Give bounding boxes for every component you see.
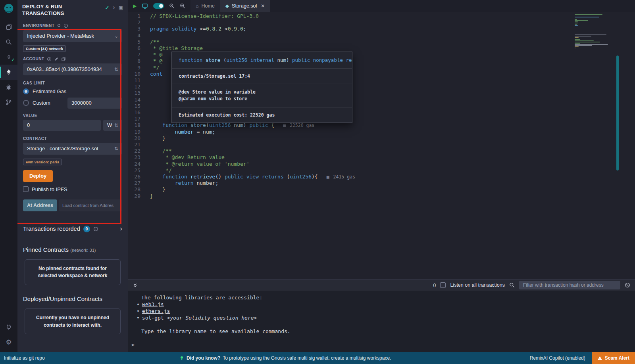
code-line-18[interactable]: 18 function store(uint256 num) public {▦… (128, 122, 575, 128)
value-unit-select[interactable]: Wei ⇅ (103, 120, 122, 131)
scam-alert-label: Scam Alert (605, 355, 629, 361)
code-line-27[interactable]: 27 return number; (128, 180, 575, 186)
web3-link[interactable]: web3.js (142, 301, 164, 307)
zoom-in-icon[interactable] (180, 3, 185, 9)
contract-select[interactable]: Storage - contracts/Storage.sol ⇅ (23, 143, 122, 155)
code-line-25[interactable]: 25 */ (128, 167, 575, 174)
terminal-listen-count: 0 (433, 282, 436, 288)
environment-select[interactable]: Injected Provider - MetaMask ⌄ (23, 30, 122, 42)
line-number: 28 (128, 186, 150, 193)
line-number: 15 (128, 103, 150, 109)
search-icon[interactable] (0, 34, 17, 50)
editor-scrollbar[interactable] (616, 56, 619, 171)
compile-success-check-icon: ✓ (12, 57, 15, 62)
code-line-23[interactable]: 23 * @dev Return value (128, 154, 575, 161)
settings-gear-icon[interactable]: ⚙ (0, 335, 17, 350)
custom-gas-radio[interactable] (23, 100, 29, 106)
tooltip-docs: @dev Store value in variable @param num … (172, 84, 352, 107)
run-script-play-icon[interactable]: ▶ (133, 3, 137, 9)
line-number: 5 (128, 39, 150, 45)
code-line-20[interactable]: 20 } (128, 135, 575, 142)
code-line-2[interactable]: 2 (128, 19, 575, 26)
copilot-toggle[interactable] (153, 3, 164, 9)
line-number: 13 (128, 90, 150, 96)
network-badge: Custom (31) network (23, 45, 66, 52)
copilot-status[interactable]: RemixAI Copilot (enabled) (530, 355, 585, 361)
line-number: 16 (128, 109, 150, 116)
clear-terminal-icon[interactable] (625, 282, 630, 288)
deploy-button[interactable]: Deploy (23, 170, 53, 182)
code-line-5[interactable]: 5/** (128, 39, 575, 45)
value-input[interactable] (23, 120, 101, 131)
ethers-link[interactable]: ethers.js (142, 308, 170, 314)
transaction-filter-input[interactable] (519, 281, 620, 289)
terminal-prompt[interactable]: > (128, 341, 635, 348)
scam-alert-badge[interactable]: Scam Alert (592, 352, 635, 364)
edit-account-icon[interactable] (54, 57, 59, 61)
add-account-icon[interactable] (47, 57, 52, 61)
sort-caret-icon: ⇅ (114, 123, 118, 128)
transactions-info-icon[interactable] (93, 226, 98, 232)
remix-logo[interactable] (3, 3, 15, 15)
code-line-29[interactable]: 29} (128, 193, 575, 199)
code-line-6[interactable]: 6 * @title Storage (128, 45, 575, 52)
lightbulb-icon (179, 356, 184, 360)
custom-gas-input[interactable] (67, 98, 122, 109)
minimap[interactable] (575, 14, 611, 48)
pin-panel-icon[interactable]: ▣ (119, 5, 123, 11)
at-address-input[interactable] (59, 199, 122, 211)
line-number: 23 (128, 154, 150, 161)
close-tab-icon[interactable]: ✕ (261, 3, 265, 9)
transactions-count-badge: 0 (83, 226, 90, 232)
terminal-lib-web3: •web3.js (128, 301, 635, 308)
line-number: 27 (128, 180, 150, 186)
debugger-icon[interactable] (0, 80, 17, 95)
line-number: 8 (128, 58, 150, 64)
terminal-search-icon[interactable] (509, 282, 515, 288)
account-select[interactable]: 0xA03...85ac4 (0.398673504934 ⇅ (23, 63, 122, 75)
deploy-run-icon[interactable] (0, 65, 17, 80)
code-line-19[interactable]: 19 number = num; (128, 129, 575, 135)
panel-chevron-right-icon[interactable]: › (113, 5, 115, 10)
collapse-terminal-icon[interactable] (133, 283, 138, 288)
code-line-24[interactable]: 24 * @return value of 'number' (128, 161, 575, 167)
tab-storage-sol[interactable]: ◆ Storage.sol ✕ (220, 0, 271, 12)
workspace: ▶ ⌂ Home ◆ Storage.sol ✕ (128, 0, 635, 352)
code-line-26[interactable]: 26 function retrieve() public view retur… (128, 174, 575, 180)
code-line-4[interactable]: 4 (128, 33, 575, 39)
solgpt-label: sol-gpt (142, 315, 167, 321)
panel-title: DEPLOY & RUN TRANSACTIONS (22, 4, 86, 17)
solidity-compiler-icon[interactable]: ✓ (0, 50, 17, 65)
tab-home[interactable]: ⌂ Home (190, 0, 220, 12)
publish-ipfs-row[interactable]: Publish to IPFS (23, 186, 122, 192)
terminal-note: Type the library name to see available c… (128, 328, 635, 335)
zoom-out-icon[interactable] (169, 3, 175, 9)
sort-caret-icon: ⇅ (114, 67, 118, 72)
code-line-22[interactable]: 22 /** (128, 148, 575, 154)
git-init-status[interactable]: Initialize as git repo (0, 355, 45, 361)
copy-account-icon[interactable] (61, 57, 66, 61)
environment-info-icon[interactable] (64, 23, 68, 28)
code-line-1[interactable]: 1// SPDX-License-Identifier: GPL-3.0 (128, 13, 575, 19)
line-number: 3 (128, 26, 150, 32)
plugin-manager-icon[interactable] (0, 320, 17, 335)
estimated-gas-option[interactable]: Estimated Gas (23, 88, 122, 94)
code-line-28[interactable]: 28 } (128, 186, 575, 193)
estimated-gas-radio[interactable] (23, 88, 29, 94)
line-number: 25 (128, 167, 150, 174)
terminal[interactable]: The following libraries are accessible: … (128, 291, 635, 352)
transactions-expand-chevron[interactable]: › (120, 226, 122, 232)
file-explorer-icon[interactable] (0, 19, 17, 34)
remix-ide-window: ✓ ⚙ DEPLOY & RUN TRANSACTIONS ✓ › ▣ (0, 0, 635, 364)
tip-text: To prototype using the Gnosis safe multi… (223, 355, 391, 361)
publish-ipfs-label: Publish to IPFS (32, 186, 67, 192)
code-line-3[interactable]: 3pragma solidity >=0.8.2 <0.9.0; (128, 26, 575, 32)
custom-gas-option[interactable]: Custom (23, 98, 122, 109)
ai-assistant-icon[interactable] (142, 3, 148, 9)
at-address-button[interactable]: At Address (23, 199, 57, 211)
listen-all-transactions-checkbox[interactable] (440, 282, 446, 288)
vertical-icon-bar: ✓ ⚙ (0, 0, 17, 352)
publish-ipfs-checkbox[interactable] (23, 186, 29, 192)
code-line-21[interactable]: 21 (128, 142, 575, 148)
git-icon[interactable] (0, 95, 17, 110)
